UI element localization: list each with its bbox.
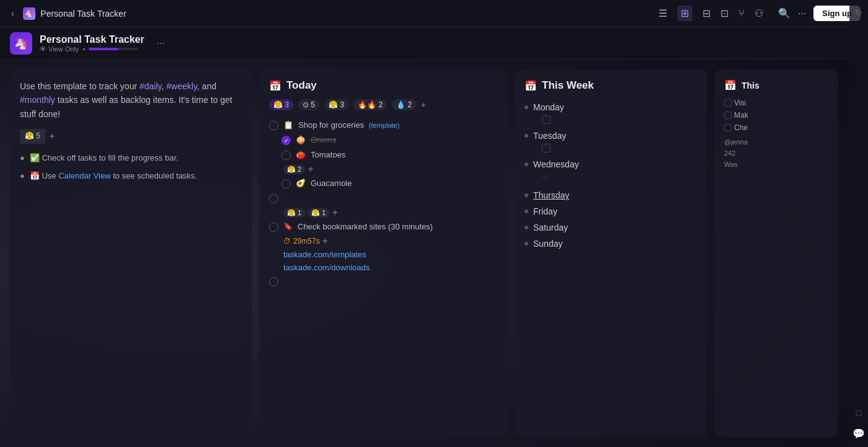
url-link[interactable]: taskade.com/templates (269, 248, 497, 261)
partial-item: Che (724, 123, 828, 132)
add-sub-badge[interactable]: + (308, 164, 313, 175)
list-item: ● 📅 Use Calendar View to see scheduled t… (20, 170, 242, 183)
list-view-icon[interactable]: ☰ (658, 7, 667, 19)
day-row-wednesday: Wednesday (525, 156, 697, 172)
day-name-sunday: Sunday (533, 239, 562, 249)
app-icon: 🦄 (10, 32, 32, 55)
subtask-icon: 🥑 (296, 179, 306, 188)
sidebar-checkbox-icon[interactable]: □ (856, 408, 861, 418)
task-item (269, 191, 497, 206)
partial-card-header: 📅 This (724, 79, 828, 91)
mini-badge: 😤 1 (308, 208, 329, 218)
app-info: Personal Task Tracker 👁 View Only • (40, 34, 144, 53)
day-name-saturday: Saturday (533, 223, 568, 232)
nav-title: Personal Task Tracker (40, 9, 126, 19)
day-bullet (525, 134, 528, 138)
daily-tag[interactable]: #daily (140, 81, 162, 91)
week-header: 📅 This Week (525, 79, 697, 92)
day-bullet (525, 105, 528, 109)
stat-circle: ⊙ 5 (298, 99, 319, 110)
table-view-icon[interactable]: ⊡ (720, 7, 728, 19)
timer-value: 29m57s (293, 237, 320, 246)
list-item-text: ✅ Check off tasks to fill the progress b… (30, 152, 179, 165)
day-row-sunday: Sunday (525, 236, 697, 252)
day-row-tuesday: Tuesday (525, 128, 697, 144)
subtask-checkbox[interactable]: ✓ (281, 136, 291, 145)
add-task-badge[interactable]: + (332, 207, 337, 218)
task-icon: 📋 (283, 120, 293, 130)
subtask-checkbox[interactable] (281, 151, 291, 160)
template-link[interactable]: (template) (369, 122, 400, 129)
stat-fire: 🔥🔥 2 (353, 99, 387, 110)
partial-count: 242 (724, 149, 828, 157)
week-calendar-icon: 📅 (525, 80, 537, 92)
calendar-view-link[interactable]: Calendar View (58, 171, 110, 180)
subtask-text: Guacamole (311, 179, 497, 188)
task-text: Check bookmarked sites (30 minutes) (298, 222, 497, 231)
day-checkbox-tuesday[interactable] (542, 144, 551, 153)
partial-item: Visi (724, 99, 828, 107)
day-checkbox-monday[interactable] (542, 115, 551, 124)
today-stats: 😤 3 ⊙ 5 😤 3 🔥🔥 2 💧 2 + (269, 99, 497, 110)
partial-checkbox[interactable] (724, 124, 732, 131)
intro-card: Use this template to track your #daily, … (10, 69, 252, 437)
board-view-icon[interactable]: ⊞ (677, 6, 693, 21)
stat-purple: 😤 3 (269, 99, 293, 110)
partial-checkbox[interactable] (724, 99, 732, 107)
timer-icon: ⏱ (283, 237, 291, 246)
subtask-item: ✓ 🧅 Onions (269, 133, 497, 148)
partial-checkbox[interactable] (724, 112, 732, 119)
monthly-tag[interactable]: #monthly (20, 95, 55, 105)
people-icon[interactable]: ⚇ (755, 7, 763, 19)
progress-bar (89, 48, 138, 50)
partial-username: @jenna (724, 138, 828, 146)
navbar: ‹ 🦄 Personal Task Tracker ☰ ⊞ ⊟ ⊡ ⑂ ⚇ 🔍 … (0, 0, 868, 27)
subheader-more-button[interactable]: ··· (157, 38, 165, 49)
subtask-item: 🍅 Tomatoes (269, 148, 497, 162)
search-icon[interactable]: 🔍 (778, 7, 790, 19)
subtask-icon: 🍅 (296, 150, 306, 159)
grid-view-icon[interactable]: ⊟ (702, 7, 711, 19)
list-item-text: 📅 Use Calendar View to see scheduled tas… (30, 170, 197, 183)
more-icon[interactable]: ··· (798, 8, 806, 19)
subtask-item: 🥑 Guacamole (269, 176, 497, 191)
stat-face: 😤 3 (324, 99, 348, 110)
app-meta: 👁 View Only • (40, 45, 144, 53)
timer-badge: ⏱ 29m57s + (269, 234, 497, 248)
day-name-monday: Monday (533, 102, 564, 112)
add-stat-button[interactable]: + (421, 100, 426, 110)
intro-list: ● ✅ Check off tasks to fill the progress… (20, 152, 242, 183)
week-card: 📅 This Week Monday Tuesday Wednesday ♡ (515, 69, 707, 437)
share-icon[interactable]: ⑂ (738, 8, 745, 19)
add-badge-button[interactable]: + (49, 128, 55, 144)
day-bullet (525, 242, 528, 246)
partial-was: Was (724, 161, 828, 168)
task-checkbox[interactable] (269, 121, 278, 130)
app-logo: 🦄 (23, 7, 35, 20)
back-button[interactable]: ‹ (7, 6, 18, 22)
bookmark-icon: 🔖 (283, 222, 293, 231)
bullet-icon: ● (20, 170, 25, 183)
sidebar-refresh-icon[interactable]: ↻ (855, 7, 862, 17)
add-timer[interactable]: + (322, 236, 328, 247)
subtask-text: Onions (311, 135, 497, 144)
mini-badge: 😤 2 (283, 165, 305, 174)
subtask-checkbox[interactable] (281, 179, 291, 188)
task-checkbox[interactable] (269, 194, 278, 203)
task-checkbox[interactable] (269, 277, 278, 286)
day-name-tuesday: Tuesday (533, 131, 566, 141)
url-link[interactable]: taskade.com/downloads (269, 261, 497, 274)
today-title: Today (286, 79, 317, 92)
dot-separator: • (82, 45, 85, 53)
weekly-tag[interactable]: #weekly (166, 81, 197, 91)
nav-right: 🔍 ··· Sign up (778, 6, 861, 21)
intro-badges: 😤 5 + (20, 128, 242, 144)
partial-text: Che (734, 123, 748, 132)
subtask-icon: 🧅 (296, 135, 306, 144)
day-row-thursday: Thursday (525, 187, 697, 203)
task-checkbox[interactable] (269, 223, 278, 232)
day-bullet (525, 226, 528, 229)
stat-drop: 💧 2 (392, 99, 416, 110)
sidebar-chat-icon[interactable]: 💬 (852, 428, 865, 440)
partial-card-title: This (742, 81, 760, 91)
